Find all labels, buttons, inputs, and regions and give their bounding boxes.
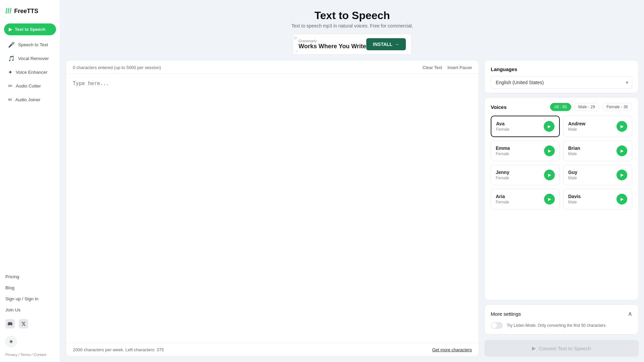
voice-card-davis[interactable]: Davis Male ▶ — [563, 189, 632, 209]
listen-mode-toggle[interactable] — [491, 322, 503, 329]
play-aria-button[interactable]: ▶ — [544, 194, 555, 204]
enhance-icon: ✦ — [8, 69, 12, 75]
filter-all-button[interactable]: All - 65 — [550, 103, 571, 111]
ad-text: Works Where You Write — [299, 43, 366, 50]
sidebar-item-text-to-speech-active[interactable]: ▶ Text to Speech — [4, 23, 56, 35]
content-area: 0 characters entered (up to 5000 per ses… — [60, 60, 644, 362]
ad-install-button[interactable]: INSTALL → — [366, 38, 406, 50]
sidebar: /// FreeTTS ▶ Text to Speech 🎤 Speech to… — [0, 0, 60, 362]
main-content: Text to Speech Text to speech mp3 in nat… — [60, 0, 644, 362]
sidebar-item-pricing[interactable]: Pricing — [5, 272, 55, 281]
sidebar-item-label: Vocal Remover — [18, 56, 49, 61]
play-davis-button[interactable]: ▶ — [616, 194, 627, 204]
logo[interactable]: /// FreeTTS — [0, 7, 60, 23]
text-actions: Clear Text Insert Pause — [423, 65, 472, 70]
sidebar-item-voice-enhancer[interactable]: ✦ Voice Enhancer — [3, 66, 57, 79]
contact-link[interactable]: Contact — [34, 353, 46, 357]
tts-icon: ▶ — [9, 27, 12, 32]
voice-info-aria: Aria Female — [496, 194, 509, 204]
voice-card-andrew[interactable]: Andrew Male ▶ — [563, 116, 632, 137]
sidebar-item-label: Voice Enhancer — [16, 70, 48, 75]
voice-gender: Female — [496, 152, 510, 156]
voice-name: Ava — [496, 121, 509, 126]
discord-icon[interactable] — [5, 319, 15, 328]
sidebar-item-blog[interactable]: Blog — [5, 283, 55, 292]
insert-pause-button[interactable]: Insert Pause — [447, 65, 472, 70]
voice-name: Aria — [496, 194, 509, 199]
voice-card-brian[interactable]: Brian Male ▶ — [563, 140, 632, 161]
x-twitter-icon[interactable] — [19, 319, 28, 328]
sidebar-active-label: Text to Speech — [15, 27, 46, 32]
ad-label: ▷ — [294, 36, 297, 40]
voice-name: Emma — [496, 145, 510, 151]
mic-icon: 🎤 — [8, 42, 15, 48]
install-label: INSTALL — [373, 42, 392, 47]
voice-card-jenny[interactable]: Jenny Female ▶ — [491, 165, 560, 185]
voice-info-davis: Davis Male — [568, 194, 581, 204]
filter-female-button[interactable]: Female - 36 — [602, 103, 632, 111]
char-limit-info: 2000 characters per week. Left character… — [73, 347, 164, 352]
sidebar-item-speech-to-text[interactable]: 🎤 Speech to Text — [3, 38, 57, 51]
languages-panel: Languages English (United States) Englis… — [484, 60, 639, 93]
voices-panel: Voices All - 65 Male - 29 Female - 36 Av… — [484, 97, 639, 300]
chevron-up-icon: ∧ — [628, 310, 632, 317]
voice-card-emma[interactable]: Emma Female ▶ — [491, 140, 560, 161]
play-andrew-button[interactable]: ▶ — [616, 121, 627, 132]
voice-filters: All - 65 Male - 29 Female - 36 — [550, 103, 632, 111]
right-panel: Languages English (United States) Englis… — [484, 60, 639, 357]
voice-gender: Female — [496, 127, 509, 132]
play-brian-button[interactable]: ▶ — [616, 145, 627, 156]
sidebar-item-audio-joiner[interactable]: ∞ Audio Joiner — [3, 93, 57, 106]
listen-mode-text: Try Listen Mode. Only converting the fir… — [507, 323, 607, 328]
sidebar-footer: Privacy / Terms / Contact — [0, 350, 60, 357]
voice-name: Andrew — [568, 121, 585, 126]
ad-attribution: ▷ — [296, 50, 298, 53]
sidebar-item-signin[interactable]: Sign up / Sign in — [5, 294, 55, 303]
voice-gender: Female — [496, 176, 509, 180]
voice-name: Guy — [568, 170, 577, 175]
play-guy-button[interactable]: ▶ — [616, 170, 627, 180]
more-settings-header[interactable]: More settings ∧ — [491, 310, 632, 317]
terms-link[interactable]: Terms — [20, 353, 31, 357]
more-settings-label: More settings — [491, 311, 521, 317]
ad-banner: ▷ Grammarly Works Where You Write INSTAL… — [293, 34, 412, 55]
ad-brand: Grammarly — [299, 39, 366, 43]
sidebar-item-vocal-remover[interactable]: 🎵 Vocal Remover — [3, 52, 57, 65]
clear-text-button[interactable]: Clear Text — [423, 65, 442, 70]
voice-name: Brian — [568, 145, 580, 151]
convert-button[interactable]: ▶ Convert Text to Speech — [484, 340, 639, 357]
sidebar-item-label: Speech to Text — [18, 42, 48, 47]
language-select[interactable]: English (United States) English (United … — [491, 76, 632, 89]
page-subtitle: Text to speech mp3 in natural voices. Fr… — [60, 23, 644, 28]
voice-card-guy[interactable]: Guy Male ▶ — [563, 165, 632, 185]
theme-toggle-button[interactable]: ☀ — [5, 336, 17, 347]
filter-male-button[interactable]: Male - 29 — [574, 103, 599, 111]
play-ava-button[interactable]: ▶ — [544, 121, 554, 132]
install-arrow-icon: → — [394, 42, 399, 47]
app-name: FreeTTS — [14, 8, 38, 15]
text-panel-header: 0 characters entered (up to 5000 per ses… — [66, 60, 479, 74]
social-links — [5, 316, 55, 331]
play-jenny-button[interactable]: ▶ — [544, 170, 555, 180]
ad-content: Grammarly Works Where You Write — [299, 39, 366, 50]
page-header: Text to Speech Text to speech mp3 in nat… — [60, 0, 644, 34]
privacy-link[interactable]: Privacy — [5, 353, 17, 357]
voice-info-emma: Emma Female — [496, 145, 510, 156]
voice-card-ava[interactable]: Ava Female ▶ — [491, 116, 560, 137]
play-emma-button[interactable]: ▶ — [544, 145, 555, 156]
languages-label: Languages — [491, 66, 632, 72]
more-settings-panel: More settings ∧ Try Listen Mode. Only co… — [484, 304, 639, 335]
listen-mode-row: Try Listen Mode. Only converting the fir… — [491, 322, 632, 329]
voice-card-aria[interactable]: Aria Female ▶ — [491, 189, 560, 209]
logo-icon: /// — [5, 7, 11, 15]
get-more-characters-link[interactable]: Get more characters — [432, 347, 472, 352]
voice-info-jenny: Jenny Female — [496, 170, 509, 180]
voice-gender: Female — [496, 200, 509, 204]
sidebar-item-audio-cutter[interactable]: ✂ Audio Cutter — [3, 79, 57, 93]
scissors-icon: ✂ — [8, 83, 12, 89]
sidebar-item-join[interactable]: Join Us — [5, 305, 55, 314]
play-icon: ▶ — [532, 345, 536, 351]
voice-gender: Male — [568, 176, 577, 180]
voice-info-ava: Ava Female — [496, 121, 509, 132]
text-input-area[interactable] — [66, 74, 479, 343]
